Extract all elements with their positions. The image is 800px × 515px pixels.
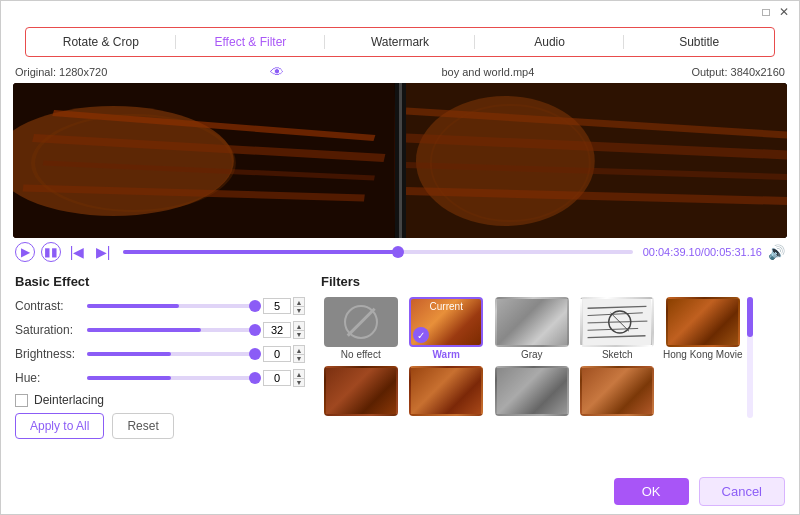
- contrast-spinner: ▲ ▼: [293, 297, 305, 315]
- progress-bar[interactable]: [123, 250, 633, 254]
- contrast-down[interactable]: ▼: [293, 306, 305, 315]
- hue-input[interactable]: 0: [263, 370, 291, 386]
- tab-watermark[interactable]: Watermark: [325, 30, 475, 54]
- contrast-label: Contrast:: [15, 299, 87, 313]
- footer: OK Cancel: [1, 471, 799, 514]
- saturation-label: Saturation:: [15, 323, 87, 337]
- filter-thumb-gray: [495, 297, 569, 347]
- video-info-bar: Original: 1280x720 👁 boy and world.mp4 O…: [1, 61, 799, 83]
- output-resolution: Output: 3840x2160: [691, 66, 785, 78]
- contrast-up[interactable]: ▲: [293, 297, 305, 306]
- filename: boy and world.mp4: [441, 66, 534, 78]
- hue-down[interactable]: ▼: [293, 378, 305, 387]
- saturation-up[interactable]: ▲: [293, 321, 305, 330]
- saturation-row: Saturation: 32 ▲ ▼: [15, 321, 305, 339]
- basic-effect-panel: Basic Effect Contrast: 5 ▲ ▼: [15, 274, 305, 465]
- cancel-button[interactable]: Cancel: [699, 477, 785, 506]
- time-display: 00:04:39.10/00:05:31.16: [643, 246, 762, 258]
- filter-sketch[interactable]: Sketch: [578, 297, 658, 360]
- brightness-input[interactable]: 0: [263, 346, 291, 362]
- main-content: Basic Effect Contrast: 5 ▲ ▼: [1, 266, 799, 471]
- filter-8[interactable]: [578, 366, 658, 418]
- contrast-input[interactable]: 5: [263, 298, 291, 314]
- filter-label-gray: Gray: [521, 349, 543, 360]
- filter-5[interactable]: [321, 366, 401, 418]
- filter-warm[interactable]: ✓ Current Warm: [407, 297, 487, 360]
- filters-panel: Filters No effect ✓ Current: [321, 274, 785, 465]
- prev-button[interactable]: |◀: [67, 242, 87, 262]
- saturation-down[interactable]: ▼: [293, 330, 305, 339]
- preview-divider: [399, 83, 402, 238]
- hue-thumb[interactable]: [249, 372, 261, 384]
- filters-area: No effect ✓ Current Warm Gray: [321, 297, 785, 418]
- brightness-spinner: ▲ ▼: [293, 345, 305, 363]
- filter-label-warm: Warm: [433, 349, 460, 360]
- contrast-slider[interactable]: [87, 304, 255, 308]
- main-window: □ ✕ Rotate & Crop Effect & Filter Waterm…: [0, 0, 800, 515]
- apply-all-button[interactable]: Apply to All: [15, 413, 104, 439]
- next-button[interactable]: ▶|: [93, 242, 113, 262]
- volume-icon[interactable]: 🔊: [768, 244, 785, 260]
- original-resolution: Original: 1280x720: [15, 66, 107, 78]
- reset-button[interactable]: Reset: [112, 413, 173, 439]
- preview-area: [13, 83, 787, 238]
- hue-spinner: ▲ ▼: [293, 369, 305, 387]
- brightness-up[interactable]: ▲: [293, 345, 305, 354]
- brightness-slider[interactable]: [87, 352, 255, 356]
- saturation-slider[interactable]: [87, 328, 255, 332]
- tab-audio[interactable]: Audio: [475, 30, 625, 54]
- brightness-thumb[interactable]: [249, 348, 261, 360]
- filter-thumb-warm: ✓ Current: [409, 297, 483, 347]
- deinterlacing-label: Deinterlacing: [34, 393, 104, 407]
- filter-label-sketch: Sketch: [602, 349, 633, 360]
- filters-title: Filters: [321, 274, 785, 289]
- hue-up[interactable]: ▲: [293, 369, 305, 378]
- contrast-thumb[interactable]: [249, 300, 261, 312]
- brightness-down[interactable]: ▼: [293, 354, 305, 363]
- filter-thumb-no-effect: [324, 297, 398, 347]
- play-button[interactable]: ▶: [15, 242, 35, 262]
- current-text: Current: [411, 301, 481, 312]
- title-bar: □ ✕: [1, 1, 799, 23]
- selected-checkmark: ✓: [413, 327, 429, 343]
- hue-value-group: 0 ▲ ▼: [263, 369, 305, 387]
- filter-label-hk-movie: Hong Kong Movie: [663, 349, 743, 360]
- ok-button[interactable]: OK: [614, 478, 689, 505]
- progress-thumb[interactable]: [392, 246, 404, 258]
- hue-label: Hue:: [15, 371, 87, 385]
- controls-bar: ▶ ▮▮ |◀ ▶| 00:04:39.10/00:05:31.16 🔊: [1, 238, 799, 266]
- filters-scrollbar[interactable]: [747, 297, 753, 418]
- saturation-value-group: 32 ▲ ▼: [263, 321, 305, 339]
- filter-thumb-5: [324, 366, 398, 416]
- preview-before: [13, 83, 395, 238]
- filter-thumb-hk-movie: [666, 297, 740, 347]
- saturation-thumb[interactable]: [249, 324, 261, 336]
- tab-rotate-crop[interactable]: Rotate & Crop: [26, 30, 176, 54]
- filter-7[interactable]: [492, 366, 572, 418]
- stop-button[interactable]: ▮▮: [41, 242, 61, 262]
- hue-row: Hue: 0 ▲ ▼: [15, 369, 305, 387]
- tab-subtitle[interactable]: Subtitle: [624, 30, 774, 54]
- deinterlacing-checkbox[interactable]: [15, 394, 28, 407]
- saturation-input[interactable]: 32: [263, 322, 291, 338]
- tab-effect-filter[interactable]: Effect & Filter: [176, 30, 326, 54]
- filters-scrollbar-thumb: [747, 297, 753, 337]
- minimize-button[interactable]: □: [759, 5, 773, 19]
- tab-bar: Rotate & Crop Effect & Filter Watermark …: [25, 27, 775, 57]
- filter-thumb-sketch: [580, 297, 654, 347]
- hue-slider[interactable]: [87, 376, 255, 380]
- contrast-value-group: 5 ▲ ▼: [263, 297, 305, 315]
- eye-icon[interactable]: 👁: [270, 64, 284, 80]
- saturation-fill: [87, 328, 201, 332]
- hue-fill: [87, 376, 171, 380]
- filter-hk-movie[interactable]: Hong Kong Movie: [663, 297, 743, 360]
- filter-gray[interactable]: Gray: [492, 297, 572, 360]
- close-button[interactable]: ✕: [777, 5, 791, 19]
- filter-no-effect[interactable]: No effect: [321, 297, 401, 360]
- tab-bar-wrapper: Rotate & Crop Effect & Filter Watermark …: [1, 23, 799, 61]
- progress-fill: [123, 250, 398, 254]
- brightness-label: Brightness:: [15, 347, 87, 361]
- basic-effect-title: Basic Effect: [15, 274, 305, 289]
- filter-label-no-effect: No effect: [341, 349, 381, 360]
- filter-6[interactable]: [407, 366, 487, 418]
